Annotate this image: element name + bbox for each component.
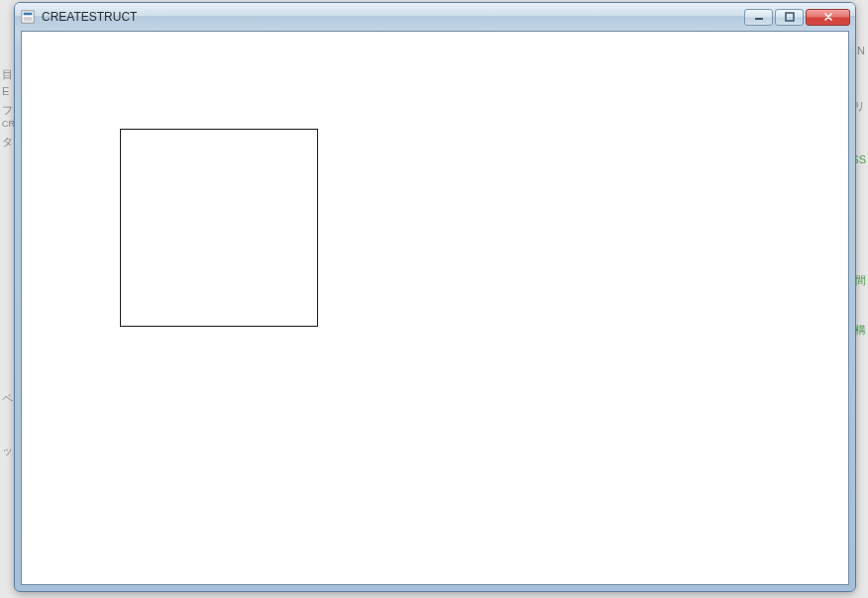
minimize-icon	[754, 12, 764, 22]
bg-text: タ	[2, 135, 13, 150]
svg-rect-3	[755, 18, 763, 20]
bg-text: 間	[855, 273, 866, 288]
maximize-icon	[785, 12, 795, 22]
svg-rect-2	[24, 17, 33, 21]
app-icon	[20, 9, 36, 25]
close-button[interactable]	[806, 9, 850, 26]
bg-text: E	[2, 85, 9, 97]
bg-text: フ	[2, 103, 13, 118]
window-controls	[744, 9, 850, 26]
close-icon	[823, 12, 833, 22]
drawn-rectangle	[120, 129, 318, 327]
maximize-button[interactable]	[775, 9, 804, 26]
svg-rect-4	[786, 13, 794, 21]
minimize-button[interactable]	[744, 9, 773, 26]
bg-text: 構	[855, 323, 866, 338]
bg-text: N	[857, 45, 865, 56]
client-area	[21, 31, 849, 585]
app-window: CREATESTRUCT	[14, 2, 856, 592]
bg-text: 目	[2, 67, 13, 82]
window-title: CREATESTRUCT	[42, 10, 744, 24]
titlebar[interactable]: CREATESTRUCT	[15, 3, 855, 31]
svg-rect-1	[24, 13, 33, 16]
bg-text: ペ	[2, 391, 13, 406]
bg-text: ッ	[2, 444, 13, 458]
